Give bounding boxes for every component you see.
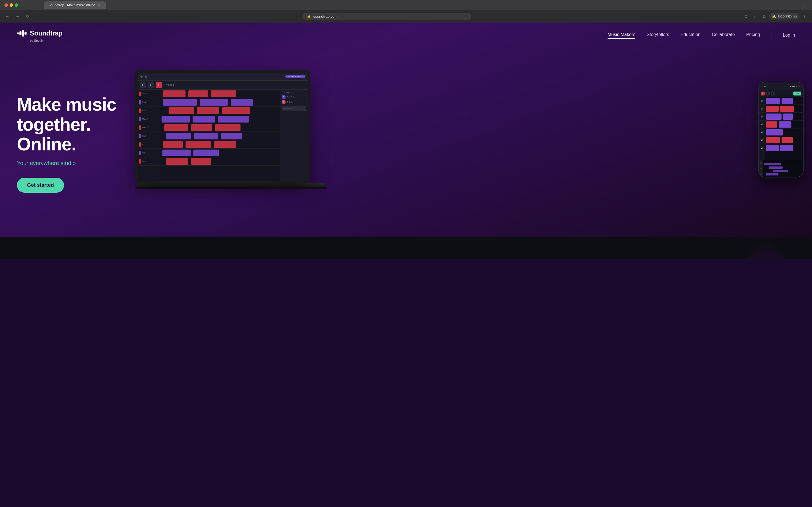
daw-toolbar: ▶ ■ ● 00:00.0 [138,80,308,90]
url-text: soundtrap.com [313,14,338,18]
collab-title: Collaborators [282,91,306,93]
nav-divider [771,32,771,39]
browser-toolbar: ← → ↻ 🔒 soundtrap.com ⊡ ☆ ⧉ 🕵 Incognito … [0,10,812,22]
navbar: Soundtrap by Spotify Music Makers Storyt… [0,22,812,48]
daw-main: Beat 1 Synth Bass Melody Drums Pad FX Vo… [138,90,308,181]
lock-icon: 🔒 [307,14,311,18]
maximize-window-button[interactable] [15,3,18,7]
traffic-lights [4,3,18,7]
nav-pricing[interactable]: Pricing [746,32,760,38]
laptop-base [138,183,324,187]
nav-music-makers[interactable]: Music Makers [608,32,636,38]
cast-icon[interactable]: ⊡ [742,12,750,20]
logo-area: Soundtrap by Spotify [17,28,63,42]
devices-container: 2 Collaborators ▶ ■ ● 00:00.0 [135,70,795,217]
refresh-button[interactable]: ↻ [24,12,32,20]
tab-title: Soundtrap - Make music online [49,3,95,7]
logo-text: Soundtrap [30,29,63,37]
website-content: Soundtrap by Spotify Music Makers Storyt… [0,22,812,237]
phone-controls: ● ■ ▶ Save [759,90,803,97]
daw-dot [145,75,147,78]
daw-stop-btn[interactable]: ■ [148,82,154,88]
new-tab-button[interactable]: + [107,1,115,9]
logo-main: Soundtrap [17,28,63,38]
browser-titlebar: Soundtrap - Make music online ✕ + ⌄ [0,0,812,10]
laptop-screen: 2 Collaborators ▶ ■ ● 00:00.0 [135,70,310,183]
collab-user: D Dr Beats [282,100,306,104]
phone-signal: ●●●● LTE [790,85,800,88]
phone-time: 9:41 [762,85,766,88]
nav-collaborate[interactable]: Collaborate [712,32,735,38]
more-tabs-icon[interactable]: ⌄ [800,1,808,9]
laptop-mockup: 2 Collaborators ▶ ■ ● 00:00.0 [135,70,327,206]
back-button[interactable]: ← [3,12,11,20]
phone-tracks: 🔊 🔊 🔊 🔊 🔊 🔊 🔊 [759,97,803,160]
daw-header: 2 Collaborators [138,73,308,80]
daw-interface: 2 Collaborators ▶ ■ ● 00:00.0 [138,73,308,181]
phone-stop-btn[interactable]: ■ [766,92,770,96]
daw-timeline [160,90,280,181]
get-started-button[interactable]: Get started [17,178,64,193]
hero-section: Make music together. Online. Your everyw… [0,48,812,234]
address-bar[interactable]: 🔒 soundtrap.com [302,13,471,20]
phone-header: 9:41 ●●●● LTE [759,82,803,90]
bookmark-icon[interactable]: ☆ [751,12,759,20]
nav-storytellers[interactable]: Storytellers [647,32,669,38]
nav-login[interactable]: Log in [783,33,795,38]
browser-tab[interactable]: Soundtrap - Make music online ✕ [44,1,106,9]
collaborators-panel: Collaborators A Alex Smith D Dr Beats [280,90,308,181]
toolbar-right: ⊡ ☆ ⧉ 🕵 Incognito (2) ⋮ [742,12,809,20]
phone-play-btn[interactable]: ▶ [771,92,775,96]
laptop-bottom [135,187,327,189]
nav-links: Music Makers Storytellers Education Coll… [608,32,795,39]
nav-education[interactable]: Education [680,32,701,38]
tab-close-button[interactable]: ✕ [97,3,101,7]
collab-user: A Alex Smith [282,95,306,99]
close-window-button[interactable] [4,3,8,7]
daw-dot [140,75,143,78]
phone-play-btn[interactable]: ● [761,92,765,96]
phone-save-btn[interactable]: Save [794,92,801,96]
phone-screen: 9:41 ●●●● LTE ● ■ ▶ Save 🔊 [759,82,803,177]
daw-record-btn[interactable]: ● [156,82,162,88]
incognito-label: Incognito (2) [778,14,797,18]
browser-chrome: Soundtrap - Make music online ✕ + ⌄ ← → … [0,0,812,22]
incognito-icon: 🕵 [772,14,776,18]
forward-button[interactable]: → [13,12,21,20]
phone-track-labels: 🔊 🔊 🔊 🔊 🔊 🔊 🔊 [759,97,765,160]
tab-bar: Soundtrap - Make music online ✕ + [21,1,796,9]
split-view-icon[interactable]: ⧉ [760,12,768,20]
bottom-section [0,237,812,259]
hero-text: Make music together. Online. Your everyw… [17,95,124,192]
minimize-window-button[interactable] [10,3,13,7]
daw-track-labels: Beat 1 Synth Bass Melody Drums Pad FX Vo… [138,90,160,181]
more-options-icon[interactable]: ⋮ [801,12,809,20]
hero-heading: Make music together. Online. [17,95,124,154]
hero-tagline: Your everywhere studio [17,160,124,166]
incognito-badge: 🕵 Incognito (2) [769,13,800,19]
soundtrap-logo-icon [17,28,27,38]
phone-timeline [765,97,803,160]
daw-play-btn[interactable]: ▶ [140,82,146,88]
logo-sub: by Spotify [30,39,63,42]
collab-badge: 2 Collaborators [285,75,305,78]
phone-mockup: 9:41 ●●●● LTE ● ■ ▶ Save 🔊 [758,82,804,177]
